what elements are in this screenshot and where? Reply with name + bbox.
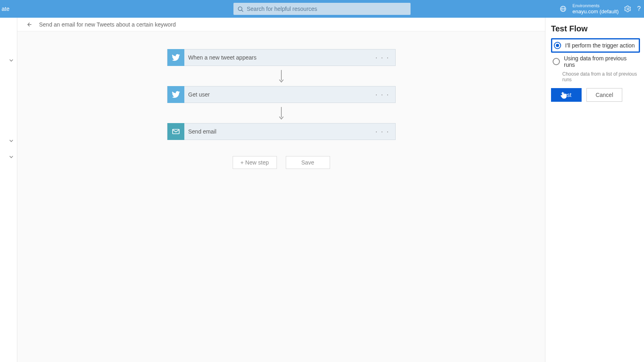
environment-value: enayu.com (default) bbox=[572, 8, 619, 15]
flow-step-trigger[interactable]: When a new tweet appears · · · bbox=[167, 49, 396, 66]
radio-previous-runs[interactable]: Using data from previous runs bbox=[551, 53, 640, 70]
search-wrap bbox=[233, 3, 411, 15]
left-rail bbox=[0, 18, 17, 362]
test-panel-buttons: Test Cancel bbox=[551, 88, 640, 102]
search-box[interactable] bbox=[233, 3, 411, 15]
test-button-label: Test bbox=[561, 92, 572, 98]
test-button[interactable]: Test bbox=[551, 88, 582, 102]
mail-icon bbox=[167, 123, 184, 140]
svg-point-0 bbox=[238, 6, 242, 10]
back-arrow-button[interactable] bbox=[25, 21, 33, 28]
step-label: Get user bbox=[188, 91, 210, 98]
cancel-button[interactable]: Cancel bbox=[586, 88, 623, 102]
test-flow-title: Test Flow bbox=[551, 24, 640, 33]
search-input[interactable] bbox=[247, 6, 407, 12]
save-button[interactable]: Save bbox=[286, 156, 330, 169]
topbar-left-fragment: ate bbox=[0, 6, 17, 12]
topbar-right: Environments enayu.com (default) ? bbox=[559, 3, 644, 15]
environment-label: Environments bbox=[572, 3, 619, 8]
rail-chevron-3[interactable] bbox=[9, 154, 14, 159]
rail-chevron-1[interactable] bbox=[9, 58, 14, 63]
help-icon[interactable]: ? bbox=[637, 5, 641, 12]
rail-chevron-2[interactable] bbox=[9, 138, 14, 143]
flow-title: Send an email for new Tweets about a cer… bbox=[39, 21, 176, 28]
flow-canvas: When a new tweet appears · · · Get user … bbox=[17, 31, 545, 169]
flow-step-send-email[interactable]: Send email · · · bbox=[167, 123, 396, 140]
flow-step-get-user[interactable]: Get user · · · bbox=[167, 86, 396, 103]
step-label: When a new tweet appears bbox=[188, 54, 257, 61]
main-area: Send an email for new Tweets about a cer… bbox=[17, 18, 545, 362]
twitter-icon bbox=[167, 49, 184, 66]
radio-perform-trigger[interactable]: I'll perform the trigger action bbox=[551, 38, 640, 53]
twitter-icon bbox=[167, 86, 184, 103]
arrow-down-icon bbox=[279, 107, 284, 119]
top-bar: ate Environments enayu.com (default) ? bbox=[0, 0, 644, 18]
svg-point-5 bbox=[627, 8, 629, 10]
radio-selected-icon bbox=[554, 42, 561, 49]
canvas-action-row: + New step Save bbox=[233, 156, 330, 169]
step-menu-button[interactable]: · · · bbox=[375, 53, 389, 62]
radio-perform-label: I'll perform the trigger action bbox=[565, 42, 635, 49]
step-label: Send email bbox=[188, 128, 217, 135]
search-icon bbox=[237, 6, 244, 12]
new-step-button[interactable]: + New step bbox=[233, 156, 277, 169]
step-menu-button[interactable]: · · · bbox=[375, 128, 389, 136]
environment-picker[interactable]: Environments enayu.com (default) bbox=[572, 3, 619, 15]
test-flow-panel: Test Flow I'll perform the trigger actio… bbox=[545, 18, 644, 362]
svg-line-1 bbox=[242, 10, 243, 12]
environment-icon bbox=[559, 5, 567, 12]
arrow-down-icon bbox=[279, 70, 284, 82]
settings-icon[interactable] bbox=[624, 5, 632, 12]
breadcrumb: Send an email for new Tweets about a cer… bbox=[17, 18, 545, 31]
step-menu-button[interactable]: · · · bbox=[375, 90, 389, 99]
previous-runs-hint: Choose data from a list of previous runs bbox=[562, 71, 640, 82]
radio-previous-label: Using data from previous runs bbox=[564, 55, 638, 68]
radio-unselected-icon bbox=[553, 58, 560, 65]
